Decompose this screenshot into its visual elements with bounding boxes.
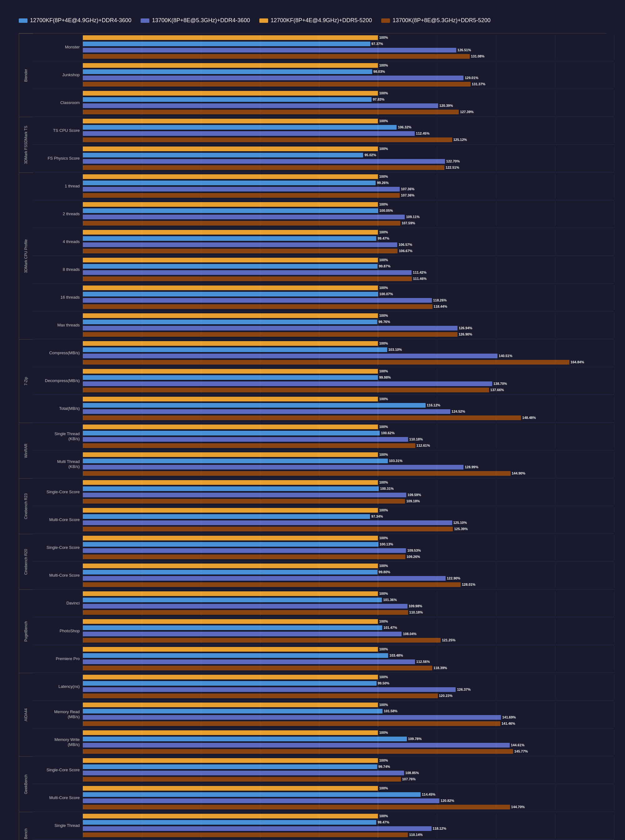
bar-row: 99.76% (83, 319, 614, 325)
bar-row: 100% (83, 646, 614, 652)
bar-row: 126.51% (83, 47, 614, 53)
bar-value: 109.11% (406, 215, 419, 219)
bar-row: 131.08% (83, 53, 614, 59)
bar (83, 35, 378, 40)
bar-value: 100.05% (379, 209, 393, 213)
bar-value: 131.37% (472, 82, 485, 86)
bar-row: 144.70% (83, 804, 614, 810)
bar-row: 120.23% (83, 693, 614, 699)
bar (83, 832, 408, 837)
bar-value: 101.36% (383, 598, 396, 602)
bar (83, 248, 398, 253)
bar (83, 409, 450, 414)
bar (83, 174, 378, 179)
bar-row: 100% (83, 452, 614, 457)
bar-value: 144.61% (511, 743, 524, 747)
bar-row: 100% (83, 591, 614, 596)
bar-value: 99.98% (379, 376, 390, 379)
bar-row: 100% (83, 368, 614, 374)
bar (83, 542, 378, 547)
bar-row: 109.11% (83, 214, 614, 220)
bar (83, 69, 372, 74)
bar (83, 681, 376, 686)
category-label: Cinebench R20 (19, 534, 33, 590)
bar-row: 99.47% (83, 819, 614, 825)
bar (83, 459, 388, 463)
row-label: 2 threads (33, 202, 83, 227)
bar (83, 604, 407, 609)
bar (83, 153, 363, 157)
bar-value: 112.45% (416, 132, 429, 135)
bar (83, 626, 382, 630)
bar-value: 118.12% (433, 826, 446, 830)
chart-section: 3DMark CPU Profile1 thread100%99.26%107.… (19, 172, 606, 339)
bar (83, 242, 397, 247)
bar-row: 103.10% (83, 347, 614, 352)
bar (83, 258, 378, 262)
bar (83, 443, 415, 448)
bar-row: 100% (83, 563, 614, 568)
row-label: Premiere Pro (33, 646, 83, 671)
bar-value: 118.26% (433, 298, 446, 302)
bar-row: 100% (83, 146, 614, 152)
category-label: Cinebench R23 (19, 478, 33, 534)
bar-value: 99.47% (378, 236, 389, 240)
bar-row: 100% (83, 202, 614, 207)
bar-row: 126.90% (83, 331, 614, 337)
bar (83, 527, 453, 531)
bar-row: 99.74% (83, 764, 614, 769)
bar-row: 100.13% (83, 541, 614, 547)
bar-row: 103.48% (83, 652, 614, 658)
bar-row: 97.37% (83, 41, 614, 47)
bar-row: 100.62% (83, 430, 614, 436)
bar (83, 313, 378, 318)
bar-row: 137.66% (83, 387, 614, 393)
bar-value: 100% (379, 369, 388, 373)
bar-value: 97.37% (372, 42, 383, 46)
bar-row: 109.78% (83, 736, 614, 742)
bar-value: 107.76% (402, 777, 416, 781)
bar-row: 127.39% (83, 109, 614, 115)
bar (83, 347, 387, 352)
legend: 12700KF(8P+4E@4.9GHz)+DDR4-3600 13700K(8… (19, 17, 606, 24)
bar-value: 100% (379, 731, 388, 734)
bar-value: 125.39% (454, 527, 468, 531)
bar-value: 126.51% (457, 48, 471, 52)
bar-row: 140.51% (83, 353, 614, 359)
bar-row: 99.80% (83, 569, 614, 575)
bar-row: 124.52% (83, 408, 614, 414)
bar-value: 100% (379, 147, 388, 151)
bar-row: 109.59% (83, 492, 614, 498)
bar (83, 570, 378, 574)
bar (83, 137, 452, 142)
chart-section: Cinebench R23Single-Core Score100%100.31… (19, 478, 606, 534)
bar-row: 100.31% (83, 486, 614, 491)
bar-value: 112.61% (417, 444, 430, 447)
bar (83, 520, 452, 525)
legend-label: 13700K(8P+8E@5.3GHz)+DDR4-3600 (152, 17, 250, 24)
bar-value: 108.85% (405, 771, 419, 775)
bar-value: 103.48% (389, 654, 403, 657)
row-label: Memory Write(MB/s) (33, 730, 83, 755)
row-label: Multi-Core Score (33, 785, 83, 810)
row-label: TS CPU Score (33, 118, 83, 143)
category-label: AIDA44 (19, 673, 33, 756)
bar (83, 397, 378, 401)
bar (83, 480, 378, 485)
bar-value: 99.47% (378, 820, 389, 824)
bar (83, 564, 378, 568)
bar-value: 101.47% (384, 626, 397, 629)
row-label: 1 thread (33, 174, 83, 199)
bar (83, 431, 380, 435)
bar (83, 653, 388, 658)
bar-value: 100.62% (381, 431, 394, 435)
bar-value: 100% (379, 675, 388, 679)
bar-row: 100.05% (83, 208, 614, 213)
chart-section: WinRARSingle Thread(KB/s)100%100.62%110.… (19, 423, 606, 478)
bar-value: 95.02% (364, 153, 376, 157)
legend-label: 12700KF(8P+4E@4.9GHz)+DDR4-3600 (30, 17, 131, 24)
bar-row: 100% (83, 535, 614, 541)
row-label: Monster (33, 35, 83, 60)
bar (83, 730, 378, 735)
bar-row: 116.12% (83, 402, 614, 408)
